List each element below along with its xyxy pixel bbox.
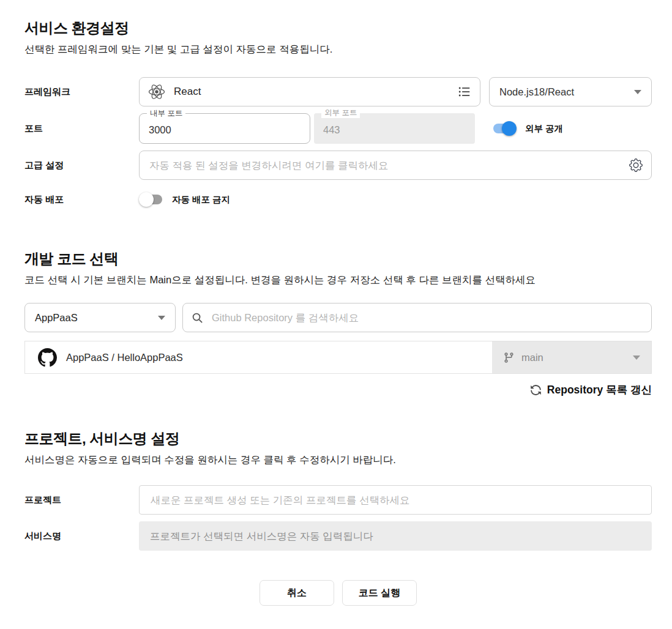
external-expose-toggle-label: 외부 공개 — [525, 123, 563, 135]
repository-name: AppPaaS / HelloAppPaaS — [66, 352, 183, 363]
framework-list-icon[interactable] — [458, 85, 471, 99]
org-select-value: AppPaaS — [35, 312, 78, 324]
external-expose-toggle[interactable] — [492, 121, 517, 136]
runtime-select-value: Node.js18/React — [499, 86, 574, 98]
code-select-row: AppPaaS — [24, 303, 652, 332]
service-name-label: 서비스명 — [24, 530, 139, 542]
repository-refresh-button[interactable]: Repository 목록 갱신 — [24, 382, 652, 397]
cancel-button[interactable]: 취소 — [259, 580, 334, 606]
advanced-settings-label: 고급 설정 — [24, 160, 139, 171]
run-code-button[interactable]: 코드 실행 — [342, 580, 417, 606]
code-section-title: 개발 코드 선택 — [24, 249, 652, 269]
env-section-subtitle: 선택한 프레임워크에 맞는 기본 및 고급 설정이 자동으로 적용됩니다. — [24, 43, 652, 56]
project-input[interactable] — [149, 494, 641, 507]
env-section-title: 서비스 환경설정 — [24, 18, 652, 38]
advanced-settings-input[interactable] — [148, 159, 629, 172]
internal-port-field-label: 내부 포트 — [147, 108, 185, 119]
footer-actions: 취소 코드 실행 — [24, 580, 652, 606]
repository-row[interactable]: AppPaaS / HelloAppPaaS main — [24, 341, 652, 374]
framework-row: 프레임워크 React — [24, 77, 652, 106]
port-row: 포트 내부 포트 외부 포트 외부 공개 — [24, 113, 652, 144]
repository-refresh-label: Repository 목록 갱신 — [547, 382, 652, 397]
external-port-field: 외부 포트 — [314, 113, 475, 144]
advanced-settings-field[interactable] — [139, 151, 652, 180]
search-icon — [192, 312, 203, 324]
framework-value: React — [174, 86, 201, 98]
auto-deploy-row: 자동 배포 자동 배포 금지 — [24, 192, 652, 207]
project-row: 프로젝트 — [24, 485, 652, 515]
code-section-subtitle: 코드 선택 시 기본 브랜치는 Main으로 설정됩니다. 변경을 원하시는 경… — [24, 274, 652, 287]
project-section-subtitle: 서비스명은 자동으로 입력되며 수정을 원하시는 경우 클릭 후 수정하시기 바… — [24, 453, 652, 467]
advanced-settings-row: 고급 설정 — [24, 151, 652, 180]
branch-select[interactable]: main — [492, 341, 651, 373]
project-label: 프로젝트 — [24, 494, 139, 506]
react-icon — [148, 83, 165, 100]
chevron-down-icon — [634, 90, 641, 94]
git-branch-icon — [503, 352, 515, 363]
project-field[interactable] — [139, 485, 652, 515]
repo-search-field[interactable] — [182, 303, 652, 332]
framework-select-field[interactable]: React — [139, 77, 480, 106]
github-icon — [38, 348, 57, 367]
service-settings-page: 서비스 환경설정 선택한 프레임워크에 맞는 기본 및 고급 설정이 자동으로 … — [0, 0, 672, 618]
chevron-down-icon — [633, 355, 640, 360]
service-name-row: 서비스명 — [24, 521, 652, 551]
service-name-input — [149, 530, 642, 543]
service-name-field — [139, 521, 652, 551]
gear-icon[interactable] — [629, 158, 643, 172]
external-port-field-label: 외부 포트 — [321, 108, 360, 118]
runtime-select[interactable]: Node.js18/React — [489, 77, 652, 106]
branch-name: main — [521, 352, 543, 363]
auto-deploy-toggle-label: 자동 배포 금지 — [172, 194, 230, 206]
refresh-icon — [530, 384, 542, 396]
org-select[interactable]: AppPaaS — [24, 303, 176, 332]
repo-search-input[interactable] — [211, 311, 643, 324]
toggle-thumb — [139, 192, 154, 207]
toggle-thumb — [502, 121, 517, 136]
auto-deploy-label: 자동 배포 — [24, 194, 139, 206]
auto-deploy-toggle[interactable] — [139, 192, 163, 207]
framework-label: 프레임워크 — [24, 86, 139, 98]
port-label: 포트 — [24, 123, 139, 135]
project-section-title: 프로젝트, 서비스명 설정 — [24, 429, 652, 448]
internal-port-field: 내부 포트 — [139, 113, 310, 144]
chevron-down-icon — [158, 316, 165, 320]
